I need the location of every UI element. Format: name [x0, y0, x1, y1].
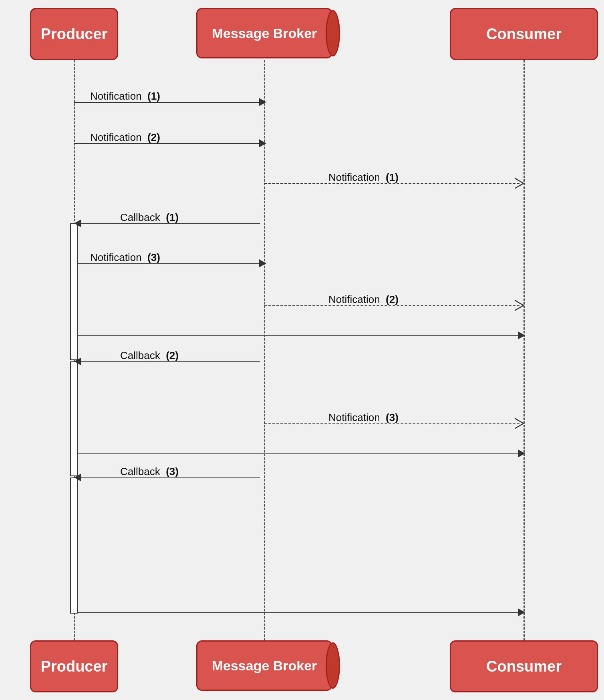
activation-producer-2	[70, 361, 78, 476]
actor-broker-top-label: Message Broker	[212, 26, 317, 41]
arrow-producer-consumer-long-1	[78, 335, 519, 336]
arrowhead-notification-1	[259, 98, 266, 106]
arrowhead-callback-3	[74, 473, 81, 481]
arrowhead-producer-consumer-3	[518, 608, 525, 616]
activation-producer-1	[70, 223, 78, 360]
actor-producer-top-label: Producer	[41, 26, 108, 43]
sequence-diagram: Producer Message Broker Consumer Notific…	[0, 0, 604, 700]
actor-broker-bottom-label: Message Broker	[212, 658, 317, 674]
actor-producer-bottom-label: Producer	[41, 658, 108, 675]
label-notification-3: Notification (3)	[90, 251, 160, 264]
label-notification-1: Notification (1)	[90, 90, 160, 102]
label-callback-3: Callback (3)	[120, 465, 179, 478]
arrowhead-notification-2	[259, 139, 266, 147]
label-notification-2: Notification (2)	[90, 131, 160, 144]
actor-consumer-bottom: Consumer	[450, 640, 598, 692]
actor-consumer-top-label: Consumer	[486, 26, 562, 43]
label-callback-2: Callback (2)	[120, 349, 179, 362]
label-callback-1: Callback (1)	[120, 211, 179, 224]
arrowhead-producer-consumer-2	[518, 449, 525, 457]
label-broker-consumer-1: Notification (1)	[328, 171, 399, 184]
actor-broker-top: Message Broker	[196, 8, 348, 60]
arrowhead-callback-1	[74, 219, 81, 227]
arrowhead-callback-2	[74, 357, 81, 365]
arrowhead-notification-3	[259, 259, 266, 267]
actor-consumer-bottom-label: Consumer	[486, 658, 562, 675]
label-broker-consumer-2: Notification (2)	[328, 293, 399, 306]
arrow-producer-consumer-long-2	[78, 453, 519, 454]
actor-consumer-top: Consumer	[450, 8, 598, 60]
activation-producer-3	[70, 477, 78, 614]
actor-producer-bottom: Producer	[30, 640, 118, 692]
actor-broker-bottom: Message Broker	[196, 640, 348, 692]
label-broker-consumer-3: Notification (3)	[328, 411, 399, 424]
lifeline-consumer	[523, 60, 525, 640]
actor-producer-top: Producer	[30, 8, 118, 60]
arrowhead-producer-consumer-1	[518, 331, 525, 339]
arrow-producer-consumer-long-3	[78, 612, 519, 613]
